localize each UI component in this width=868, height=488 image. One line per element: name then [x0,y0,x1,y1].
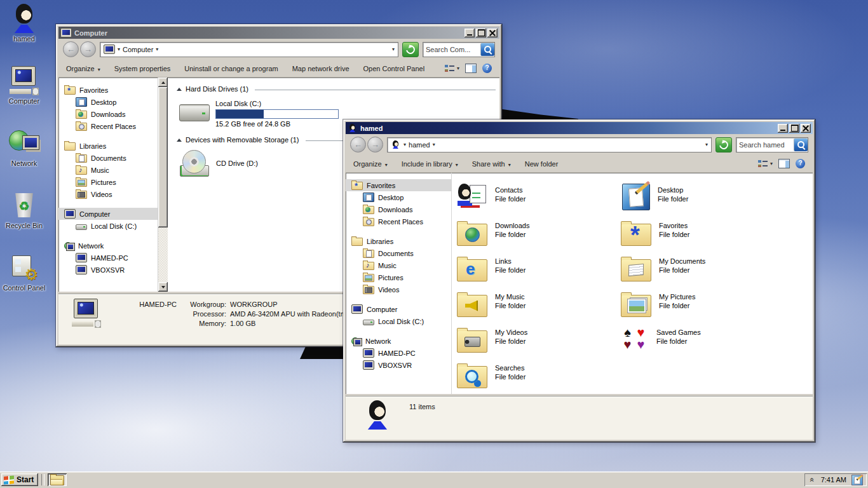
scroll-down-button[interactable] [158,282,168,292]
tree-item[interactable]: Network [58,240,158,252]
address-segment[interactable]: Computer [123,46,153,53]
tree-item[interactable]: Network [346,335,451,347]
title-bar[interactable]: hamed [346,122,813,134]
preview-pane-icon[interactable] [465,64,477,73]
help-icon[interactable] [482,64,492,73]
folder-item[interactable]: Searches File folder [457,360,621,390]
search-input[interactable] [423,46,480,53]
tree-item[interactable]: Videos [58,188,158,200]
tree-item[interactable]: HAMED-PC [58,252,158,264]
forward-button[interactable] [80,41,96,57]
address-history-chevron-icon[interactable] [705,142,708,147]
maximize-button[interactable] [476,29,486,37]
address-bar[interactable]: hamed [387,137,712,152]
tree-item[interactable]: Libraries [346,235,451,247]
tree-item[interactable]: VBOXSVR [58,264,158,276]
toolbar-button[interactable]: New folder [525,160,559,168]
desktop-icon[interactable]: Network [1,128,48,167]
toolbar-button[interactable]: Include in library [402,160,458,168]
scrollbar-thumb[interactable] [158,87,168,227]
desktop-icon[interactable]: Computer [1,66,48,105]
address-bar[interactable]: Computer [100,42,398,57]
tree-item[interactable]: Documents [58,152,158,164]
search-input[interactable] [736,141,794,149]
tree-item[interactable]: Computer [58,208,158,220]
toolbar-button[interactable]: Organize [66,65,100,72]
scrollbar[interactable] [158,78,168,292]
group-header[interactable]: Hard Disk Drives (1) [177,84,499,94]
tree-item[interactable]: Music [346,259,451,271]
tree-item[interactable]: Downloads [346,203,451,215]
scrollbar-track[interactable] [158,87,168,282]
toolbar-button[interactable]: Organize [353,160,388,168]
preview-pane-icon[interactable] [778,159,790,168]
toolbar-button[interactable]: Share with [472,160,511,168]
tree-item[interactable]: VBOXSVR [346,359,451,371]
chevron-down-icon[interactable] [118,47,120,52]
toolbar-button[interactable]: Uninstall or change a program [184,65,278,72]
title-bar[interactable]: Computer [58,27,499,39]
folder-item[interactable]: Favorites File folder [621,217,785,247]
tree-item[interactable]: Recent Places [346,215,451,227]
close-button[interactable] [801,124,811,133]
folder-item[interactable]: Contacts File folder [457,182,621,212]
tree-item[interactable]: Documents [346,247,451,259]
address-history-chevron-icon[interactable] [392,47,395,52]
tree-item[interactable]: Local Disk (C:) [58,220,158,232]
minimize-button[interactable] [778,124,788,133]
views-button[interactable] [445,64,459,72]
toolbar-button[interactable]: System properties [114,65,171,72]
folder-item[interactable]: My Videos File folder [457,324,621,354]
desktop-icon-label: Control Panel [3,284,46,292]
folder-item[interactable]: My Pictures File folder [621,288,785,318]
folder-item[interactable]: ♠♥♥♥ Saved Games File folder [621,324,785,354]
folder-item[interactable]: My Documents File folder [621,253,785,283]
search-button[interactable] [480,43,494,56]
tree-item[interactable]: Local Disk (C:) [346,315,451,327]
tree-item[interactable]: Desktop [346,191,451,203]
back-button[interactable] [350,137,366,152]
toolbar-button[interactable]: Map network drive [292,65,349,72]
tree-item[interactable]: HAMED-PC [346,347,451,359]
minimize-button[interactable] [465,29,475,37]
tree-item[interactable]: Pictures [346,271,451,283]
tray-app-icon[interactable] [851,475,863,485]
start-button[interactable]: Start [1,473,38,486]
folder-item[interactable]: Downloads File folder [457,217,621,247]
explorer-task-button[interactable] [48,473,67,486]
desktop-icon[interactable]: hamed [1,4,48,43]
tree-item[interactable]: Libraries [58,140,158,152]
srecent-icon [76,123,87,131]
forward-button[interactable] [367,137,383,152]
folder-item[interactable]: Desktop File folder [621,182,785,212]
tree-item[interactable]: Downloads [58,108,158,120]
tree-item[interactable]: Computer [346,303,451,315]
tree-item[interactable]: Desktop [58,96,158,108]
tree-item[interactable]: Favorites [346,179,451,191]
maximize-button[interactable] [789,124,799,133]
search-button[interactable] [794,139,808,151]
help-icon[interactable] [796,159,805,168]
close-button[interactable] [487,29,498,37]
tree-item[interactable]: Videos [346,283,451,295]
tree-item[interactable]: Recent Places [58,120,158,132]
desktop-icon[interactable]: Control Panel [1,253,48,292]
folder-item[interactable]: Links File folder [457,253,621,283]
show-hidden-icons-chevron-icon[interactable] [808,476,817,484]
tree-item[interactable]: Music [58,164,158,176]
scroll-up-button[interactable] [158,78,168,87]
chevron-down-icon[interactable] [403,142,406,147]
folder-item[interactable]: My Music File folder [457,288,621,318]
chevron-down-icon[interactable] [156,47,158,52]
desktop-icon[interactable]: Recycle Bin [1,191,48,229]
tree-item[interactable]: Favorites [58,84,158,96]
chevron-down-icon[interactable] [433,142,435,147]
clock[interactable]: 7:41 AM [821,476,846,484]
views-button[interactable] [758,159,773,168]
address-segment[interactable]: hamed [409,141,430,149]
tree-item[interactable]: Pictures [58,176,158,188]
refresh-button[interactable] [402,42,419,57]
refresh-button[interactable] [715,137,732,152]
back-button[interactable] [63,41,79,57]
toolbar-button[interactable]: Open Control Panel [363,65,425,72]
